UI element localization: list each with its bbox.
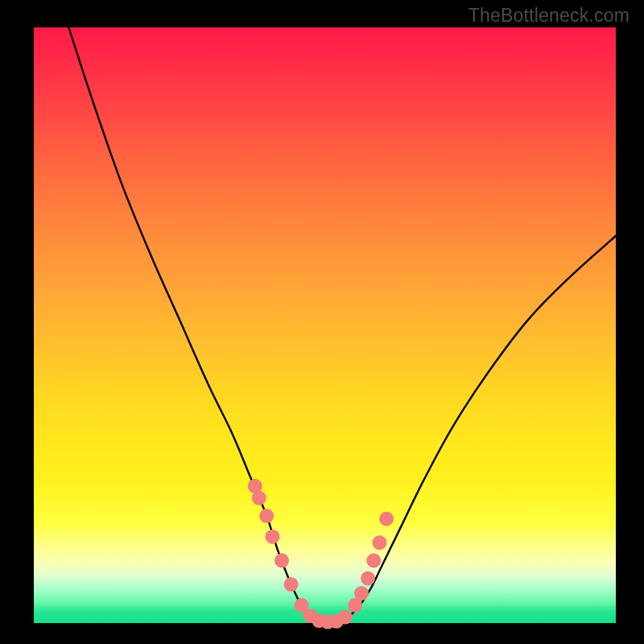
marker-point <box>259 509 274 523</box>
marker-point <box>379 512 394 526</box>
marker-point <box>361 572 375 586</box>
marker-point <box>354 586 369 601</box>
marker-point <box>265 530 279 544</box>
marker-point <box>366 553 381 568</box>
marker-point <box>372 535 386 550</box>
plot-area <box>34 27 616 623</box>
chart-frame: TheBottleneck.com <box>0 0 644 644</box>
marker-point <box>338 610 353 625</box>
chart-svg <box>34 27 616 623</box>
bottleneck-curve <box>68 27 616 624</box>
highlighted-points <box>248 479 394 630</box>
marker-point <box>252 491 266 506</box>
curve-path-group <box>68 27 616 624</box>
marker-point <box>284 577 299 592</box>
marker-point <box>275 553 289 568</box>
watermark-text: TheBottleneck.com <box>469 5 630 27</box>
